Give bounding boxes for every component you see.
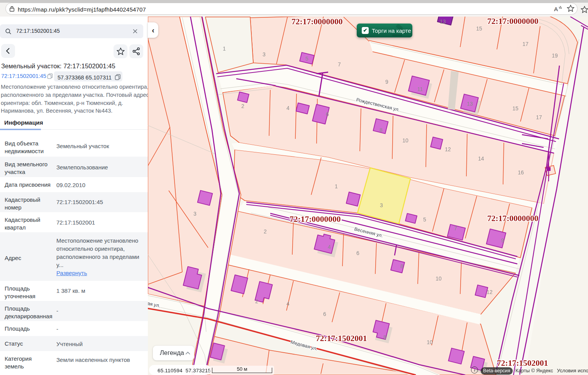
svg-text:10: 10: [435, 275, 442, 282]
svg-text:72:17:0000000: 72:17:0000000: [291, 17, 343, 26]
svg-text:9: 9: [385, 79, 388, 85]
svg-text:8: 8: [400, 263, 403, 269]
svg-text:12: 12: [445, 146, 451, 152]
svg-text:72:17:0000000: 72:17:0000000: [290, 215, 341, 224]
svg-text:A: A: [554, 6, 558, 12]
svg-text:16: 16: [518, 169, 524, 176]
svg-text:4: 4: [328, 244, 331, 250]
svg-text:3: 3: [263, 51, 266, 57]
svg-text:2: 2: [241, 103, 244, 109]
svg-text:17: 17: [536, 114, 542, 120]
svg-text:1: 1: [335, 183, 338, 189]
svg-text:5: 5: [423, 216, 426, 223]
svg-text:15: 15: [512, 105, 519, 111]
svg-text:6: 6: [356, 250, 359, 256]
svg-text:11: 11: [417, 86, 423, 92]
svg-text:13: 13: [467, 101, 473, 107]
svg-text:14: 14: [478, 155, 484, 162]
svg-text:2: 2: [255, 298, 258, 304]
svg-text:9: 9: [501, 237, 504, 243]
svg-text:7: 7: [454, 225, 457, 231]
svg-text:3: 3: [380, 202, 383, 208]
svg-text:17: 17: [522, 41, 529, 47]
svg-text:8: 8: [380, 127, 383, 133]
svg-text:1: 1: [223, 46, 226, 52]
svg-text:19: 19: [552, 52, 558, 59]
svg-text:72:17:1502001: 72:17:1502001: [497, 358, 548, 368]
svg-text:10: 10: [427, 339, 433, 345]
svg-text:15: 15: [476, 25, 482, 32]
svg-text:4: 4: [286, 105, 290, 111]
svg-text:10: 10: [402, 137, 408, 144]
svg-text:72:17:0000000: 72:17:0000000: [487, 214, 539, 223]
svg-text:72:17:0000000: 72:17:0000000: [487, 17, 539, 26]
svg-text:4: 4: [286, 301, 290, 307]
svg-text:6: 6: [323, 311, 326, 317]
svg-text:13: 13: [440, 19, 446, 25]
svg-text:8: 8: [383, 334, 386, 340]
svg-text:3: 3: [193, 211, 197, 217]
svg-text:2: 2: [264, 228, 267, 235]
svg-text:7: 7: [338, 61, 341, 68]
svg-text:5: 5: [305, 56, 308, 62]
svg-text:12: 12: [486, 289, 493, 295]
svg-text:72:17:1502001: 72:17:1502001: [316, 334, 367, 343]
svg-text:6: 6: [326, 111, 329, 117]
